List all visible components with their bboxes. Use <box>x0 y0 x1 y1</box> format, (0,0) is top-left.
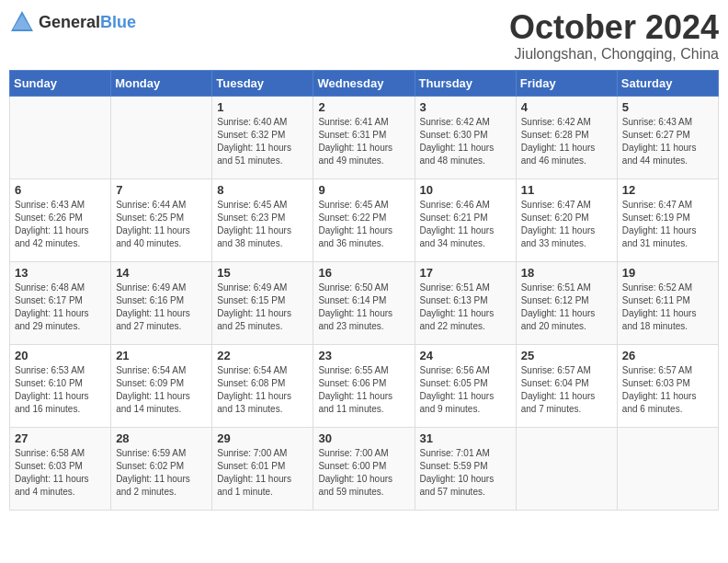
day-info: Sunrise: 7:00 AMSunset: 6:01 PMDaylight:… <box>217 447 308 499</box>
day-number: 24 <box>420 349 511 362</box>
day-number: 17 <box>420 266 511 280</box>
day-number: 13 <box>15 266 106 280</box>
calendar-cell: 31Sunrise: 7:01 AMSunset: 5:59 PMDayligh… <box>415 427 516 510</box>
calendar-cell: 5Sunrise: 6:43 AMSunset: 6:27 PMDaylight… <box>617 96 718 178</box>
weekday-header-tuesday: Tuesday <box>212 70 313 96</box>
day-info: Sunrise: 6:44 AMSunset: 6:25 PMDaylight:… <box>116 199 207 250</box>
day-number: 10 <box>420 183 511 197</box>
day-number: 7 <box>116 183 207 197</box>
calendar-cell: 13Sunrise: 6:48 AMSunset: 6:17 PMDayligh… <box>10 261 111 344</box>
day-info: Sunrise: 6:49 AMSunset: 6:16 PMDaylight:… <box>116 282 207 333</box>
day-info: Sunrise: 6:41 AMSunset: 6:31 PMDaylight:… <box>318 116 409 167</box>
day-info: Sunrise: 6:56 AMSunset: 6:05 PMDaylight:… <box>420 364 511 416</box>
day-info: Sunrise: 6:55 AMSunset: 6:06 PMDaylight:… <box>318 364 409 416</box>
calendar-cell: 18Sunrise: 6:51 AMSunset: 6:12 PMDayligh… <box>516 261 617 344</box>
day-number: 20 <box>15 349 106 362</box>
calendar-cell: 14Sunrise: 6:49 AMSunset: 6:16 PMDayligh… <box>111 261 212 344</box>
day-info: Sunrise: 6:45 AMSunset: 6:23 PMDaylight:… <box>217 199 308 250</box>
day-info: Sunrise: 6:50 AMSunset: 6:14 PMDaylight:… <box>318 282 409 333</box>
day-number: 6 <box>15 183 106 197</box>
day-number: 8 <box>217 183 308 197</box>
calendar-week-row: 13Sunrise: 6:48 AMSunset: 6:17 PMDayligh… <box>10 261 719 344</box>
day-info: Sunrise: 6:53 AMSunset: 6:10 PMDaylight:… <box>15 364 106 416</box>
calendar-week-row: 20Sunrise: 6:53 AMSunset: 6:10 PMDayligh… <box>10 344 719 427</box>
weekday-header-wednesday: Wednesday <box>313 70 415 96</box>
day-number: 3 <box>420 100 511 114</box>
calendar-week-row: 6Sunrise: 6:43 AMSunset: 6:26 PMDaylight… <box>10 178 719 261</box>
calendar-cell: 17Sunrise: 6:51 AMSunset: 6:13 PMDayligh… <box>415 261 516 344</box>
logo-text: GeneralBlue <box>39 13 136 32</box>
day-info: Sunrise: 7:00 AMSunset: 6:00 PMDaylight:… <box>318 447 409 499</box>
logo: GeneralBlue <box>9 9 136 35</box>
day-number: 19 <box>622 266 713 280</box>
day-info: Sunrise: 6:59 AMSunset: 6:02 PMDaylight:… <box>116 447 207 499</box>
weekday-header-friday: Friday <box>516 70 617 96</box>
calendar-cell: 4Sunrise: 6:42 AMSunset: 6:28 PMDaylight… <box>516 96 617 178</box>
day-info: Sunrise: 7:01 AMSunset: 5:59 PMDaylight:… <box>420 447 511 499</box>
day-info: Sunrise: 6:46 AMSunset: 6:21 PMDaylight:… <box>420 199 511 250</box>
logo-general: General <box>39 13 100 31</box>
day-info: Sunrise: 6:47 AMSunset: 6:19 PMDaylight:… <box>622 199 713 250</box>
day-info: Sunrise: 6:42 AMSunset: 6:30 PMDaylight:… <box>420 116 511 167</box>
day-number: 26 <box>622 349 713 362</box>
day-info: Sunrise: 6:49 AMSunset: 6:15 PMDaylight:… <box>217 282 308 333</box>
day-info: Sunrise: 6:54 AMSunset: 6:08 PMDaylight:… <box>217 364 308 416</box>
calendar-cell: 22Sunrise: 6:54 AMSunset: 6:08 PMDayligh… <box>212 344 313 427</box>
day-number: 18 <box>521 266 612 280</box>
calendar-week-row: 1Sunrise: 6:40 AMSunset: 6:32 PMDaylight… <box>10 96 719 178</box>
calendar-cell: 28Sunrise: 6:59 AMSunset: 6:02 PMDayligh… <box>111 427 212 510</box>
day-info: Sunrise: 6:57 AMSunset: 6:03 PMDaylight:… <box>622 364 713 416</box>
calendar-cell: 12Sunrise: 6:47 AMSunset: 6:19 PMDayligh… <box>617 178 718 261</box>
day-number: 9 <box>318 183 409 197</box>
calendar-cell: 3Sunrise: 6:42 AMSunset: 6:30 PMDaylight… <box>415 96 516 178</box>
day-number: 1 <box>217 100 308 114</box>
location: Jiulongshan, Chongqing, China <box>509 46 719 63</box>
calendar-cell: 19Sunrise: 6:52 AMSunset: 6:11 PMDayligh… <box>617 261 718 344</box>
calendar-cell: 7Sunrise: 6:44 AMSunset: 6:25 PMDaylight… <box>111 178 212 261</box>
calendar-cell: 30Sunrise: 7:00 AMSunset: 6:00 PMDayligh… <box>313 427 415 510</box>
day-info: Sunrise: 6:47 AMSunset: 6:20 PMDaylight:… <box>521 199 612 250</box>
day-info: Sunrise: 6:54 AMSunset: 6:09 PMDaylight:… <box>116 364 207 416</box>
calendar-cell: 8Sunrise: 6:45 AMSunset: 6:23 PMDaylight… <box>212 178 313 261</box>
day-number: 25 <box>521 349 612 362</box>
title-block: October 2024 Jiulongshan, Chongqing, Chi… <box>509 9 719 63</box>
day-info: Sunrise: 6:45 AMSunset: 6:22 PMDaylight:… <box>318 199 409 250</box>
calendar-cell: 23Sunrise: 6:55 AMSunset: 6:06 PMDayligh… <box>313 344 415 427</box>
calendar-table: SundayMondayTuesdayWednesdayThursdayFrid… <box>9 70 719 511</box>
calendar-cell: 9Sunrise: 6:45 AMSunset: 6:22 PMDaylight… <box>313 178 415 261</box>
weekday-header-monday: Monday <box>111 70 212 96</box>
calendar-cell: 26Sunrise: 6:57 AMSunset: 6:03 PMDayligh… <box>617 344 718 427</box>
weekday-header-thursday: Thursday <box>415 70 516 96</box>
svg-marker-1 <box>13 15 31 29</box>
calendar-cell: 21Sunrise: 6:54 AMSunset: 6:09 PMDayligh… <box>111 344 212 427</box>
calendar-cell: 25Sunrise: 6:57 AMSunset: 6:04 PMDayligh… <box>516 344 617 427</box>
day-number: 5 <box>622 100 713 114</box>
calendar-cell: 24Sunrise: 6:56 AMSunset: 6:05 PMDayligh… <box>415 344 516 427</box>
day-info: Sunrise: 6:51 AMSunset: 6:13 PMDaylight:… <box>420 282 511 333</box>
day-number: 21 <box>116 349 207 362</box>
day-number: 22 <box>217 349 308 362</box>
calendar-cell: 27Sunrise: 6:58 AMSunset: 6:03 PMDayligh… <box>10 427 111 510</box>
day-number: 2 <box>318 100 409 114</box>
calendar-cell: 2Sunrise: 6:41 AMSunset: 6:31 PMDaylight… <box>313 96 415 178</box>
month-title: October 2024 <box>509 9 719 46</box>
calendar-cell: 6Sunrise: 6:43 AMSunset: 6:26 PMDaylight… <box>10 178 111 261</box>
day-info: Sunrise: 6:48 AMSunset: 6:17 PMDaylight:… <box>15 282 106 333</box>
day-number: 14 <box>116 266 207 280</box>
day-number: 15 <box>217 266 308 280</box>
calendar-cell: 29Sunrise: 7:00 AMSunset: 6:01 PMDayligh… <box>212 427 313 510</box>
day-number: 23 <box>318 349 409 362</box>
day-info: Sunrise: 6:42 AMSunset: 6:28 PMDaylight:… <box>521 116 612 167</box>
calendar-cell <box>10 96 111 178</box>
calendar-cell <box>617 427 718 510</box>
day-number: 30 <box>318 431 409 445</box>
logo-blue: Blue <box>100 13 136 31</box>
day-info: Sunrise: 6:40 AMSunset: 6:32 PMDaylight:… <box>217 116 308 167</box>
day-number: 31 <box>420 431 511 445</box>
calendar-cell <box>111 96 212 178</box>
calendar-cell: 20Sunrise: 6:53 AMSunset: 6:10 PMDayligh… <box>10 344 111 427</box>
day-number: 29 <box>217 431 308 445</box>
calendar-cell: 15Sunrise: 6:49 AMSunset: 6:15 PMDayligh… <box>212 261 313 344</box>
weekday-header-row: SundayMondayTuesdayWednesdayThursdayFrid… <box>10 70 719 96</box>
weekday-header-saturday: Saturday <box>617 70 718 96</box>
